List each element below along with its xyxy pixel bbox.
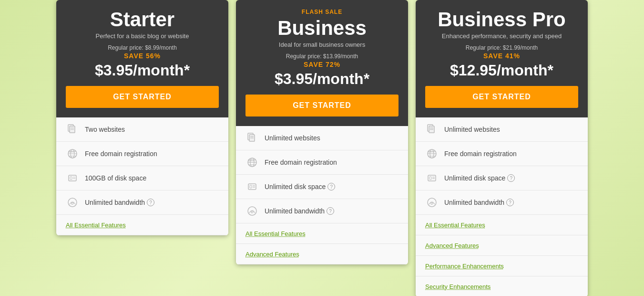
bandwidth-icon <box>245 204 259 218</box>
feature-text: Unlimited websites <box>265 134 320 142</box>
feature-row: Unlimited websites <box>236 126 408 150</box>
svg-point-31 <box>251 211 253 213</box>
feature-row: Unlimited disk space? <box>236 175 408 199</box>
svg-rect-27 <box>250 185 252 188</box>
card-features: Two websites WWW Free domain registratio… <box>56 117 228 235</box>
pages-icon <box>425 123 439 136</box>
feature-text: Free domain registration <box>85 150 157 158</box>
svg-point-15 <box>72 202 73 204</box>
card-header-business-pro: Business ProEnhanced performance, securi… <box>416 0 588 117</box>
feature-row: Unlimited websites <box>416 117 588 142</box>
bandwidth-icon <box>425 196 439 209</box>
svg-text:WWW: WWW <box>428 150 434 153</box>
feature-link[interactable]: Performance Enhancements <box>425 263 504 270</box>
save-label: SAVE 72% <box>245 61 399 68</box>
help-icon[interactable]: ? <box>506 199 514 206</box>
feature-link[interactable]: Security Enhancements <box>425 283 491 290</box>
svg-rect-11 <box>70 177 72 180</box>
feature-text: Unlimited disk space <box>265 183 326 190</box>
disk-icon <box>66 171 79 185</box>
domain-icon: WWW <box>245 156 259 169</box>
feature-text: Free domain registration <box>265 159 337 166</box>
save-label: SAVE 56% <box>66 52 219 60</box>
plan-tagline: Enhanced performance, security and speed <box>425 32 578 40</box>
card-header-starter: StarterPerfect for a basic blog or websi… <box>56 0 228 117</box>
svg-point-47 <box>431 202 433 204</box>
current-price: $12.95/month* <box>425 62 578 79</box>
disk-icon <box>425 171 439 185</box>
card-header-business: FLASH SALEBusinessIdeal for small busine… <box>236 0 408 126</box>
feature-row: WWW Free domain registration <box>416 142 588 166</box>
feature-text: Unlimited bandwidth <box>444 199 504 206</box>
card-features: Unlimited websites WWW Free domain regis… <box>416 117 588 296</box>
feature-link-row: All Essential Features <box>236 223 408 244</box>
feature-link-row: Performance Enhancements <box>416 256 588 276</box>
feature-text: Unlimited bandwidth <box>265 207 325 215</box>
feature-text: Unlimited bandwidth <box>85 199 145 206</box>
feature-link-row: All Essential Features <box>416 215 588 235</box>
pages-icon <box>66 123 79 136</box>
pricing-card-business-pro: Business ProEnhanced performance, securi… <box>416 0 588 296</box>
feature-link[interactable]: All Essential Features <box>245 230 306 237</box>
pricing-card-business: FLASH SALEBusinessIdeal for small busine… <box>236 0 408 264</box>
card-features: Unlimited websites WWW Free domain regis… <box>236 126 408 264</box>
domain-icon: WWW <box>425 147 439 160</box>
svg-rect-42 <box>428 175 436 181</box>
bandwidth-icon <box>66 196 79 209</box>
plan-tagline: Perfect for a basic blog or website <box>66 32 219 40</box>
feature-row: Unlimited bandwidth? <box>236 199 408 223</box>
help-icon[interactable]: ? <box>507 174 515 182</box>
pages-icon <box>245 131 259 145</box>
regular-price: Regular price: $8.99/month <box>66 44 219 51</box>
feature-link[interactable]: All Essential Features <box>66 222 126 229</box>
feature-link[interactable]: Advanced Features <box>425 242 479 249</box>
current-price: $3.95/month* <box>245 70 399 88</box>
feature-row: Unlimited disk space? <box>416 166 588 190</box>
svg-text:WWW: WWW <box>248 159 255 162</box>
feature-text: Free domain registration <box>444 150 517 158</box>
current-price: $3.95/month* <box>66 62 219 79</box>
feature-link-row: Advanced Features <box>416 235 588 256</box>
feature-text: Unlimited disk space <box>444 174 505 182</box>
domain-icon: WWW <box>66 147 79 160</box>
get-started-button[interactable]: GET STARTED <box>245 95 399 116</box>
regular-price: Regular price: $21.99/month <box>425 44 578 51</box>
get-started-button[interactable]: GET STARTED <box>425 86 578 108</box>
svg-text:WWW: WWW <box>68 150 75 153</box>
plan-name: Business Pro <box>425 9 578 31</box>
feature-text: Unlimited websites <box>444 126 500 133</box>
feature-link[interactable]: Advanced Features <box>245 251 299 258</box>
plan-tagline: Ideal for small business owners <box>245 41 399 48</box>
help-icon[interactable]: ? <box>327 183 335 190</box>
regular-price: Regular price: $13.99/month <box>245 53 399 60</box>
feature-text: Two websites <box>85 126 125 133</box>
feature-row: Unlimited bandwidth? <box>416 190 588 215</box>
get-started-button[interactable]: GET STARTED <box>66 86 219 108</box>
plan-name: Business <box>245 17 399 39</box>
pricing-card-starter: StarterPerfect for a basic blog or websi… <box>56 0 228 235</box>
feature-row: Two websites <box>56 117 228 142</box>
feature-row: WWW Free domain registration <box>236 150 408 175</box>
pricing-container: StarterPerfect for a basic blog or websi… <box>0 0 644 296</box>
feature-row: Unlimited bandwidth? <box>56 190 228 215</box>
feature-link-row: Advanced Features <box>236 244 408 264</box>
svg-rect-10 <box>69 175 76 181</box>
svg-rect-26 <box>248 184 256 190</box>
feature-link[interactable]: All Essential Features <box>425 222 485 229</box>
feature-row: 100GB of disk space <box>56 166 228 190</box>
feature-link-row: All Essential Features <box>56 215 228 235</box>
flash-sale-label: FLASH SALE <box>245 9 399 15</box>
disk-icon <box>245 180 259 193</box>
save-label: SAVE 41% <box>425 52 578 60</box>
help-icon[interactable]: ? <box>147 199 154 206</box>
feature-row: WWW Free domain registration <box>56 142 228 166</box>
plan-name: Starter <box>66 9 219 31</box>
feature-text: 100GB of disk space <box>85 174 146 182</box>
feature-link-row: Security Enhancements <box>416 276 588 296</box>
help-icon[interactable]: ? <box>327 207 334 215</box>
svg-rect-43 <box>429 177 431 180</box>
